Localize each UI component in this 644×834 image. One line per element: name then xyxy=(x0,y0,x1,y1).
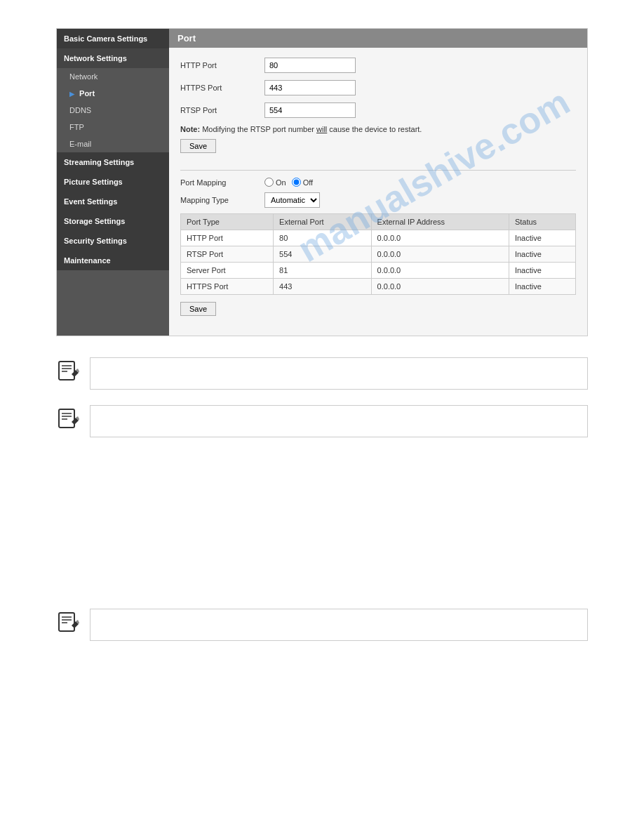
cell-status: Inactive xyxy=(509,263,575,279)
sidebar-item-network-settings[interactable]: Network Settings xyxy=(57,48,169,68)
save-button-bottom[interactable]: Save xyxy=(180,302,216,316)
port-mapping-label: Port Mapping xyxy=(180,178,264,187)
sidebar-item-streaming-settings[interactable]: Streaming Settings xyxy=(57,152,169,172)
cell-port-type: Server Port xyxy=(181,263,274,279)
cell-port-type: HTTPS Port xyxy=(181,279,274,295)
note-box-3 xyxy=(90,609,588,641)
table-row: RTSP Port 554 0.0.0.0 Inactive xyxy=(181,246,576,263)
table-row: HTTP Port 80 0.0.0.0 Inactive xyxy=(181,230,576,246)
rtsp-port-row: RTSP Port xyxy=(180,102,576,118)
sidebar-item-event-settings[interactable]: Event Settings xyxy=(57,192,169,211)
cell-status: Inactive xyxy=(509,279,575,295)
https-port-row: HTTPS Port xyxy=(180,80,576,95)
radio-on[interactable] xyxy=(264,178,274,187)
cell-external-ip: 0.0.0.0 xyxy=(371,246,509,263)
note-box-section-3 xyxy=(56,609,588,641)
mapping-type-label: Mapping Type xyxy=(180,196,264,204)
sidebar: Basic Camera Settings Network Settings N… xyxy=(57,29,169,336)
svg-rect-8 xyxy=(59,613,74,631)
table-row: Server Port 81 0.0.0.0 Inactive xyxy=(181,263,576,279)
https-port-input[interactable] xyxy=(264,80,356,95)
https-port-label: HTTPS Port xyxy=(180,84,264,92)
cell-external-ip: 0.0.0.0 xyxy=(371,263,509,279)
sidebar-item-ddns[interactable]: DDNS xyxy=(57,102,169,119)
port-table: Port Type External Port External IP Addr… xyxy=(180,213,576,295)
sidebar-item-email[interactable]: E-mail xyxy=(57,135,169,152)
cell-status: Inactive xyxy=(509,246,575,263)
sidebar-item-storage-settings[interactable]: Storage Settings xyxy=(57,211,169,231)
sidebar-item-port[interactable]: Port xyxy=(57,85,169,102)
http-port-label: HTTP Port xyxy=(180,61,264,70)
table-header-external-port: External Port xyxy=(274,214,372,230)
mapping-type-row: Mapping Type Automatic Manual xyxy=(180,192,576,208)
cell-external-ip: 0.0.0.0 xyxy=(371,279,509,295)
note-suffix: cause the device to restart. xyxy=(327,125,422,133)
radio-off-label[interactable]: Off xyxy=(292,178,313,187)
http-port-input[interactable] xyxy=(264,58,356,73)
port-mapping-radio-group: On Off xyxy=(264,178,313,187)
note-box-1 xyxy=(90,357,588,390)
cell-status: Inactive xyxy=(509,230,575,246)
sidebar-item-basic-camera-settings[interactable]: Basic Camera Settings xyxy=(57,29,169,48)
note-box-section-1 xyxy=(56,357,588,390)
cell-external-port: 80 xyxy=(274,230,372,246)
table-row: HTTPS Port 443 0.0.0.0 Inactive xyxy=(181,279,576,295)
note-box-section-2 xyxy=(56,405,588,437)
port-mapping-row: Port Mapping On Off xyxy=(180,178,576,187)
cell-external-port: 554 xyxy=(274,246,372,263)
svg-rect-0 xyxy=(59,362,74,380)
cell-external-port: 81 xyxy=(274,263,372,279)
cell-external-ip: 0.0.0.0 xyxy=(371,230,509,246)
cell-port-type: RTSP Port xyxy=(181,246,274,263)
table-header-external-ip: External IP Address xyxy=(371,214,509,230)
cell-port-type: HTTP Port xyxy=(181,230,274,246)
save-button-top[interactable]: Save xyxy=(180,139,216,153)
cell-external-port: 443 xyxy=(274,279,372,295)
sidebar-item-network[interactable]: Network xyxy=(57,68,169,85)
note-text: Modifying the RTSP port number xyxy=(200,125,316,133)
rtsp-port-input[interactable] xyxy=(264,102,356,118)
table-header-status: Status xyxy=(509,214,575,230)
radio-on-label[interactable]: On xyxy=(264,178,286,187)
radio-off[interactable] xyxy=(292,178,301,187)
content-area: Port HTTP Port HTTPS Port RTS xyxy=(169,29,587,336)
svg-rect-4 xyxy=(59,409,74,428)
sidebar-item-security-settings[interactable]: Security Settings xyxy=(57,231,169,251)
sidebar-item-ftp[interactable]: FTP xyxy=(57,119,169,135)
note-bold: Note: xyxy=(180,125,200,133)
sidebar-item-maintenance[interactable]: Maintenance xyxy=(57,251,169,270)
note-icon-3 xyxy=(56,609,81,634)
table-header-port-type: Port Type xyxy=(181,214,274,230)
note-icon-1 xyxy=(56,357,81,383)
sidebar-item-picture-settings[interactable]: Picture Settings xyxy=(57,172,169,192)
mapping-type-select[interactable]: Automatic Manual xyxy=(264,192,320,208)
content-header: Port xyxy=(169,29,587,48)
rtsp-note: Note: Modifying the RTSP port number wil… xyxy=(180,125,576,133)
note-icon-2 xyxy=(56,405,81,430)
note-box-2 xyxy=(90,405,588,437)
rtsp-port-label: RTSP Port xyxy=(180,106,264,114)
note-will: will xyxy=(316,125,327,133)
http-port-row: HTTP Port xyxy=(180,58,576,73)
content-body: HTTP Port HTTPS Port RTSP Port xyxy=(169,48,587,336)
